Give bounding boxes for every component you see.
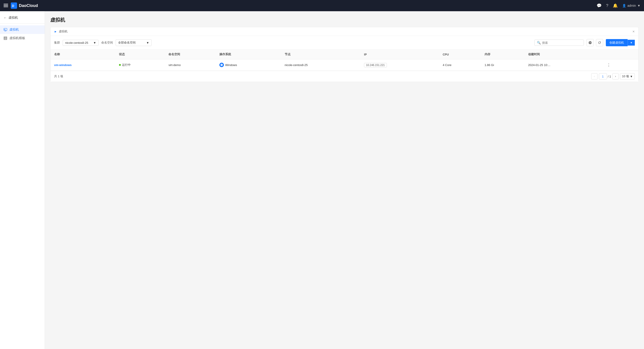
total-count: 共 1 项	[54, 74, 63, 78]
namespace-dropdown-icon: ▼	[146, 41, 149, 44]
svg-rect-12	[6, 38, 6, 39]
chat-icon[interactable]: 💬	[596, 3, 602, 8]
prev-page-btn[interactable]: ‹	[591, 73, 598, 80]
cell-namespace: virt-demo	[165, 59, 216, 71]
search-icon: 🔍	[537, 41, 541, 44]
next-page-btn[interactable]: ›	[612, 73, 619, 80]
col-namespace: 命名空间	[165, 50, 216, 59]
topnav-actions: 💬 ? 🔔 👤 admin ▼	[596, 3, 640, 8]
back-arrow-icon: ←	[4, 16, 7, 20]
svg-rect-8	[4, 36, 7, 40]
main-content: 虚拟机 ► 虚拟机 ✕ 集群 nicole-centos8-25 ▼ 命名空间 …	[45, 11, 644, 349]
cluster-dropdown-icon: ▼	[93, 41, 96, 44]
status-text: 运行中	[122, 63, 131, 67]
topnav: D DaoCloud 💬 ? 🔔 👤 admin ▼	[0, 0, 644, 11]
create-vm-btn[interactable]: 创建虚拟机	[606, 39, 628, 46]
cell-status: 运行中	[116, 59, 165, 71]
col-name: 名称	[50, 50, 116, 59]
table-footer: 共 1 项 ‹ / 1 › 10 项 ▼	[50, 71, 638, 82]
namespace-select[interactable]: 全部命名空间 ▼	[116, 39, 152, 46]
table-row: vm-windows 运行中 virt-demo Windows nicole-…	[50, 59, 638, 71]
user-name: admin	[628, 4, 636, 8]
pagination: ‹ / 1 › 10 项 ▼	[591, 73, 635, 80]
cell-created: 2024-01-25 10:...	[524, 59, 602, 71]
sidebar: ← 虚拟机 虚拟机 虚拟机模板	[0, 11, 45, 349]
notification-icon[interactable]: 🔔	[613, 3, 618, 8]
col-node: 节点	[281, 50, 360, 59]
logo-text: DaoCloud	[19, 3, 38, 8]
settings-btn[interactable]	[586, 39, 594, 46]
help-icon[interactable]: ?	[606, 3, 608, 8]
cell-os: Windows	[216, 59, 281, 71]
user-dropdown-icon: ▼	[637, 4, 640, 8]
col-created: 创建时间	[524, 50, 602, 59]
sidebar-divider	[0, 23, 45, 24]
cell-actions: ⋮	[602, 59, 638, 71]
search-input[interactable]	[542, 41, 581, 44]
cluster-label: 集群	[54, 41, 60, 45]
svg-rect-1	[4, 5, 8, 6]
col-memory: 内存	[481, 50, 524, 59]
breadcrumb-expand-icon[interactable]: ►	[54, 30, 57, 33]
col-actions	[602, 50, 638, 59]
ip-badge: 10.246.151.221	[364, 63, 387, 67]
cell-node: nicole-centos8-25	[281, 59, 360, 71]
create-vm-dropdown-btn[interactable]: ▼	[628, 40, 635, 46]
page-size-value: 10 项	[622, 74, 629, 78]
cluster-value: nicole-centos8-25	[65, 41, 88, 44]
sidebar-back-label: 虚拟机	[8, 16, 18, 20]
page-total: / 1	[608, 75, 611, 78]
breadcrumb: 虚拟机	[59, 30, 68, 34]
sidebar-item-template[interactable]: 虚拟机模板	[0, 34, 45, 42]
logo-icon: D	[11, 2, 17, 9]
user-menu[interactable]: 👤 admin ▼	[622, 4, 640, 8]
content-card: ► 虚拟机 ✕ 集群 nicole-centos8-25 ▼ 命名空间 全部命名…	[50, 27, 638, 82]
col-ip: IP	[360, 50, 439, 59]
col-cpu: CPU	[439, 50, 481, 59]
page-size-dropdown-icon: ▼	[630, 75, 633, 78]
status-dot	[119, 64, 121, 66]
template-icon	[4, 36, 7, 40]
table-header: 名称 状态 命名空间 操作系统 节点 IP CPU 内存 创建时间	[50, 50, 638, 59]
cell-ip: 10.246.151.221	[360, 59, 439, 71]
page-input: / 1	[599, 73, 611, 80]
cluster-select[interactable]: nicole-centos8-25 ▼	[63, 40, 98, 46]
vm-name[interactable]: vm-windows	[54, 63, 72, 67]
filter-bar: 集群 nicole-centos8-25 ▼ 命名空间 全部命名空间 ▼ 🔍	[50, 36, 638, 50]
svg-rect-9	[4, 37, 5, 38]
sidebar-item-vm[interactable]: 虚拟机	[0, 26, 45, 34]
page-size-select[interactable]: 10 项 ▼	[620, 73, 635, 80]
vm-icon	[4, 28, 7, 32]
cell-memory: 1.86 Gi	[481, 59, 524, 71]
svg-text:D: D	[12, 4, 14, 8]
cell-cpu: 4 Core	[439, 59, 481, 71]
sidebar-vm-label: 虚拟机	[10, 28, 19, 32]
menu-icon[interactable]	[4, 3, 8, 8]
table: 名称 状态 命名空间 操作系统 节点 IP CPU 内存 创建时间 vm-win…	[50, 50, 638, 71]
page-title: 虚拟机	[50, 16, 638, 23]
sidebar-back-btn[interactable]: ← 虚拟机	[0, 14, 45, 22]
logo: D DaoCloud	[11, 2, 38, 9]
svg-rect-10	[6, 37, 6, 38]
col-status: 状态	[116, 50, 165, 59]
sidebar-template-label: 虚拟机模板	[10, 36, 25, 40]
cell-name: vm-windows	[50, 59, 116, 71]
row-more-btn[interactable]: ⋮	[606, 62, 612, 68]
namespace-label: 命名空间	[101, 41, 113, 45]
svg-rect-7	[4, 29, 6, 30]
breadcrumb-strip: ► 虚拟机 ✕	[50, 27, 638, 36]
os-icon	[220, 63, 224, 67]
search-box[interactable]: 🔍	[534, 40, 584, 46]
os-name: Windows	[225, 63, 237, 67]
user-avatar-icon: 👤	[622, 4, 626, 8]
svg-rect-2	[4, 6, 8, 7]
namespace-value: 全部命名空间	[118, 41, 136, 45]
svg-rect-6	[4, 31, 6, 31]
breadcrumb-close-icon[interactable]: ✕	[632, 30, 635, 33]
col-os: 操作系统	[216, 50, 281, 59]
svg-rect-11	[4, 38, 5, 39]
refresh-btn[interactable]	[596, 39, 603, 46]
create-vm-btn-group: 创建虚拟机 ▼	[606, 39, 635, 46]
toolbar-icons	[586, 39, 603, 46]
page-number-input[interactable]	[599, 73, 607, 80]
